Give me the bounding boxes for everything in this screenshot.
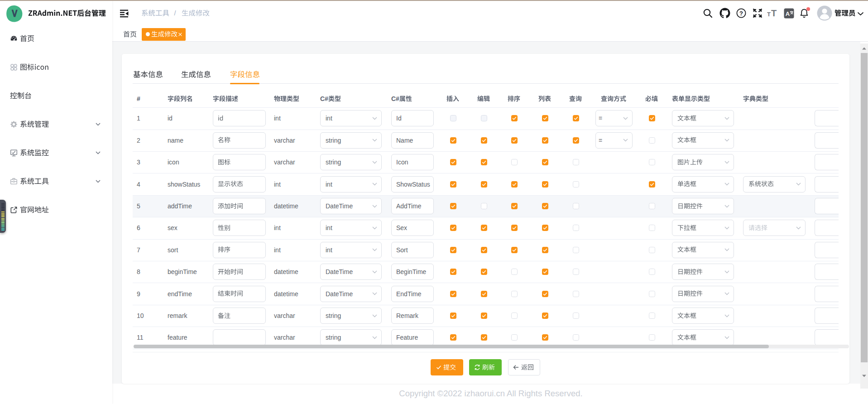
svg-text:T: T — [767, 11, 771, 18]
svg-text:?: ? — [739, 10, 743, 17]
svg-text:A: A — [785, 10, 790, 17]
svg-text:T: T — [771, 8, 777, 18]
